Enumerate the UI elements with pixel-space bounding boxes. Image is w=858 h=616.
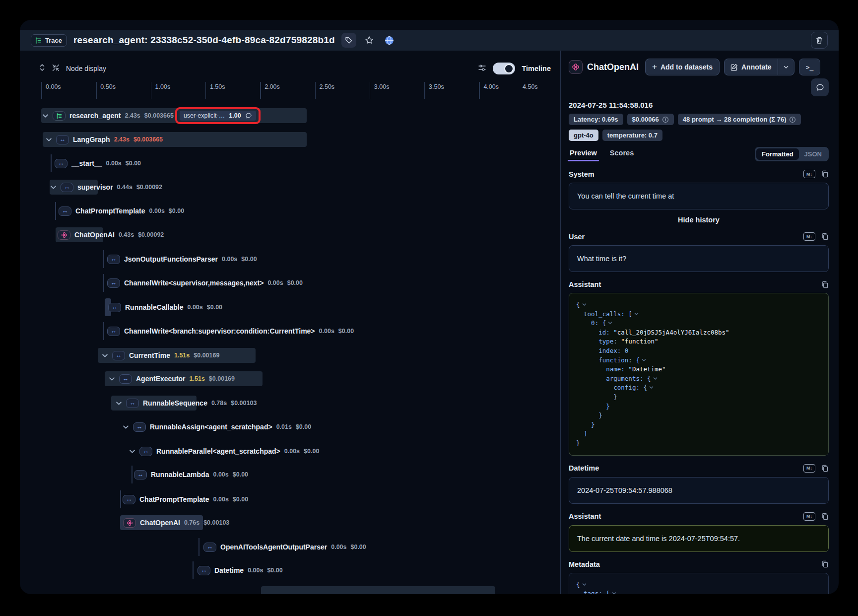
collapse-chevron-icon[interactable] (653, 374, 658, 384)
run-cost: $0.00092 (138, 231, 164, 238)
ruler-tick-label: 4.00s (483, 83, 499, 90)
tab-preview[interactable]: Preview (569, 147, 598, 161)
markdown-toggle-icon[interactable]: M↓ (803, 512, 815, 521)
trace-tree-row[interactable]: ↔RunnableCallable0.00s$0.00 (108, 300, 222, 315)
run-name: research_agent (69, 112, 121, 120)
run-cost: $0.00 (350, 544, 366, 550)
copy-icon[interactable] (821, 281, 829, 288)
trace-tree-row[interactable]: ↔__start__0.00s$0.00 (55, 156, 141, 171)
run-duration: 0.00s (331, 544, 346, 550)
run-cost: $0.00 (338, 328, 354, 335)
chevron-down-icon (123, 424, 129, 430)
runnable-icon: ↔ (133, 422, 146, 432)
run-cost: $0.00 (233, 471, 248, 478)
collapse-chevron-icon[interactable] (582, 300, 587, 310)
trace-tree-row[interactable]: ↔ChatPromptTemplate0.00s$0.00 (59, 204, 184, 218)
runnable-icon: ↔ (107, 278, 120, 288)
hide-history-button[interactable]: Hide history (569, 216, 829, 224)
copy-icon[interactable] (821, 560, 829, 568)
datetime-section-label: Datetime (569, 464, 599, 472)
open-in-playground-button[interactable]: >_ (799, 59, 821, 75)
copy-icon[interactable] (821, 170, 829, 178)
collapse-chevron-icon[interactable] (649, 383, 654, 393)
timeline-toggle[interactable] (493, 63, 515, 74)
comments-button[interactable] (811, 78, 829, 96)
ruler-tick-line (41, 82, 42, 99)
trace-tree-row[interactable]: ChatOpenAI0.43s$0.00092 (58, 227, 164, 242)
user-section-label: User (569, 233, 585, 241)
run-duration: 0.01s (276, 423, 292, 430)
format-toggle-formatted[interactable]: Formatted (756, 148, 799, 160)
ruler-tick-label: 1.50s (210, 83, 225, 90)
chevron-down-icon (109, 376, 115, 382)
collapse-chevron-icon[interactable] (642, 356, 646, 365)
copy-icon[interactable] (821, 233, 829, 240)
trace-tree-row[interactable]: ↔RunnableLambda0.00s$0.00 (134, 467, 248, 482)
collapse-chevron-icon[interactable] (608, 319, 612, 328)
runnable-icon: ↔ (107, 255, 120, 264)
favorite-button[interactable] (362, 33, 377, 48)
collapse-all-button[interactable] (52, 64, 60, 73)
trace-tree-row[interactable]: ↔supervisor0.44s$0.00092 (50, 180, 162, 195)
tab-scores[interactable]: Scores (609, 147, 635, 161)
user-message: What time is it? (569, 245, 829, 272)
trace-tree-row[interactable]: ↔JsonOutputFunctionsParser0.00s$0.00 (107, 252, 257, 267)
run-duration: 0.00s (213, 471, 228, 478)
assistant-answer-label: Assistant (569, 512, 601, 520)
trace-tree-row[interactable]: ↔RunnableAssign<agent_scratchpad>0.01s$0… (123, 419, 311, 434)
run-cost: $0.003665 (144, 112, 174, 119)
trace-tree-row[interactable]: ChatOpenAI0.76s$0.00103 (123, 515, 229, 530)
trace-tree-row[interactable]: ↔RunnableSequence0.78s$0.00103 (116, 396, 257, 411)
run-name: __start__ (71, 159, 102, 167)
ruler-tick-label: 4.50s (523, 83, 538, 90)
format-toggle-json[interactable]: JSON (799, 148, 827, 160)
trace-titlebar: Trace research_agent: 23338c52-350d-4efb… (20, 30, 839, 51)
run-cost: $0.00 (207, 304, 222, 311)
trace-tree-row[interactable]: ↔CurrentTime1.51s$0.00169 (102, 348, 219, 363)
metadata-json[interactable]: { tags: [ (569, 573, 829, 595)
run-cost: $0.00169 (209, 375, 235, 382)
run-cost: $0.00 (296, 423, 311, 430)
delete-trace-button[interactable] (811, 32, 828, 49)
trace-tree-row[interactable]: ↔ChatPromptTemplate0.00s$0.00 (123, 492, 248, 507)
collapse-chevron-icon[interactable] (582, 580, 587, 590)
run-cost: $0.00 (304, 448, 319, 455)
feedback-badge[interactable]: user-explicit-…1.00 (180, 111, 256, 121)
copy-icon[interactable] (821, 465, 829, 472)
markdown-toggle-icon[interactable]: M↓ (803, 170, 815, 178)
annotate-menu-button[interactable] (778, 64, 794, 70)
run-name: ChannelWrite<supervisor,messages,next> (124, 279, 264, 287)
run-cost: $0.00103 (203, 519, 229, 526)
trace-tree-row[interactable]: ↔OpenAIToolsAgentOutputParser0.00s$0.00 (203, 540, 366, 554)
share-button[interactable] (382, 33, 397, 48)
timeline-toggle-label: Timeline (522, 65, 551, 72)
run-duration: 0.00s (319, 328, 334, 335)
run-name: LangGraph (73, 136, 110, 143)
ruler-tick-line (479, 82, 480, 99)
annotate-button[interactable]: Annotate (725, 63, 778, 71)
trace-tree-row[interactable]: ↔ChannelWrite<supervisor,messages,next>0… (107, 275, 303, 290)
markdown-toggle-icon[interactable]: M↓ (803, 464, 815, 473)
trace-tree-row[interactable]: ↔LangGraph2.43s$0.003665 (46, 132, 163, 147)
trace-tree-row[interactable]: ↔AgentExecutor1.51s$0.00169 (109, 371, 235, 386)
collapse-chevron-icon[interactable] (634, 310, 639, 319)
assistant-tool-call-json[interactable]: { tool_calls: [ 0: { id: "call_20jDSJ5jA… (569, 293, 829, 456)
trace-tree-row[interactable]: research_agent2.43s$0.003665user-explici… (42, 108, 256, 123)
run-duration: 0.00s (248, 567, 263, 574)
chevron-down-icon (783, 64, 789, 70)
markdown-toggle-icon[interactable]: M↓ (803, 232, 815, 241)
add-to-datasets-button[interactable]: + Add to datasets (645, 59, 720, 75)
run-name: ChannelWrite<branch:supervisor:condition… (124, 327, 315, 335)
display-settings-button[interactable] (478, 64, 486, 74)
trace-tree-row[interactable]: ↔Datetime0.00s$0.00 (198, 563, 283, 578)
star-icon (365, 36, 374, 45)
runnable-icon: ↔ (119, 374, 132, 384)
trace-tree-row[interactable]: ↔ChannelWrite<branch:supervisor:conditio… (107, 324, 354, 339)
copy-icon[interactable] (821, 513, 829, 520)
tag-button[interactable] (341, 33, 356, 48)
collapse-chevron-icon[interactable] (612, 589, 616, 594)
speech-bubble-icon (816, 83, 824, 92)
ruler-tick-line (315, 82, 316, 99)
trace-tree-row[interactable]: ↔RunnableParallel<agent_scratchpad>0.00s… (129, 444, 319, 459)
expand-rows-button[interactable] (39, 64, 46, 73)
